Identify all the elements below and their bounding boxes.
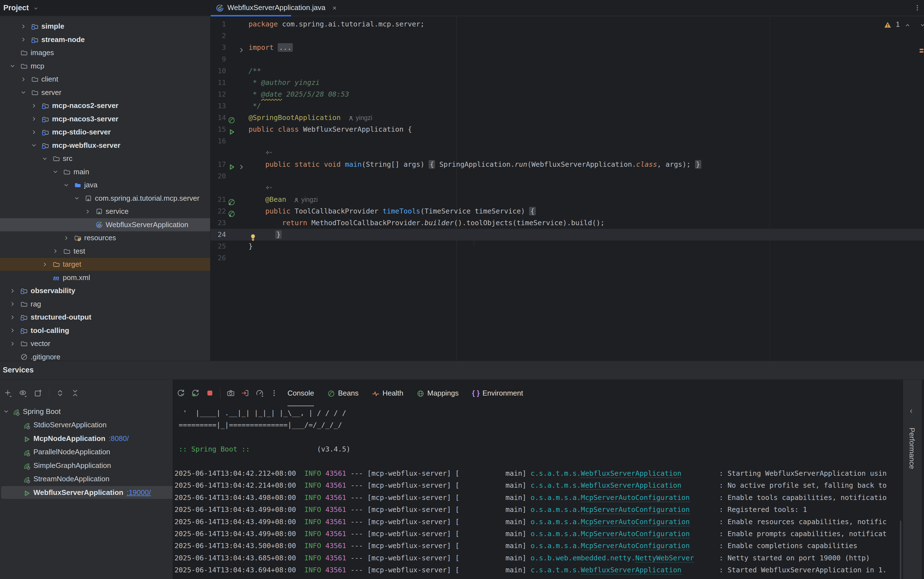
- project-tree-item-resources[interactable]: resources: [0, 231, 210, 244]
- chevron-right-icon[interactable]: [31, 103, 42, 109]
- project-tree-item-images[interactable]: images: [0, 46, 210, 59]
- service-item-streamnodeapplication[interactable]: StreamNodeApplication: [0, 473, 173, 486]
- project-tree-item-java[interactable]: java: [0, 178, 210, 191]
- project-tree-item-mcp-nacos3-server[interactable]: mcp-nacos3-server: [0, 113, 210, 126]
- run-icon[interactable]: [228, 126, 235, 133]
- code-author-inlay[interactable]: yingzi: [348, 114, 372, 121]
- project-tree-item-mcp-webflux-server[interactable]: mcp-webflux-server: [0, 139, 210, 152]
- project-tree-item-webfluxserverapplication[interactable]: WebfluxServerApplication: [0, 218, 210, 231]
- console-tab-health[interactable]: Health: [372, 380, 403, 406]
- chevron-down-icon[interactable]: [919, 20, 924, 28]
- log-logger-link[interactable]: McpServerAutoConfiguration: [581, 518, 690, 527]
- inspections-widget[interactable]: 1: [884, 20, 924, 29]
- console-output[interactable]: ' |____| .__|_| |_|_| |_\__, | / / / / =…: [175, 407, 887, 579]
- project-tree-item-pom-xml[interactable]: mpom.xml: [0, 271, 210, 284]
- console-scrollbar[interactable]: [900, 520, 901, 579]
- log-logger-link[interactable]: WebfluxServerApplication: [581, 469, 681, 478]
- lightbulb-icon[interactable]: [249, 231, 257, 239]
- chevron-right-icon[interactable]: [63, 235, 74, 241]
- rerun-icon[interactable]: [177, 389, 185, 397]
- fold-icon[interactable]: [238, 44, 245, 51]
- console-tab-console[interactable]: Console: [287, 380, 314, 406]
- expand-all-icon[interactable]: [56, 389, 64, 397]
- project-tree-item-target[interactable]: target: [0, 258, 210, 271]
- project-tree-item-server[interactable]: server: [0, 86, 210, 99]
- service-port-link[interactable]: :8080/: [109, 434, 129, 443]
- chevron-right-icon[interactable]: [31, 116, 42, 122]
- chevron-right-icon[interactable]: [9, 288, 20, 294]
- project-tree-item-src[interactable]: src: [0, 152, 210, 165]
- add-service-icon[interactable]: [4, 389, 12, 397]
- project-tree-item--gitignore[interactable]: .gitignore: [0, 350, 210, 361]
- chevron-right-icon[interactable]: [9, 340, 20, 347]
- chevron-right-icon[interactable]: [84, 208, 95, 215]
- service-item-simplegraphapplication[interactable]: SimpleGraphApplication: [0, 459, 173, 472]
- console-tab-beans[interactable]: Beans: [327, 380, 359, 406]
- services-panel-title-bar[interactable]: Services: [0, 361, 924, 379]
- project-tree-item-rag[interactable]: rag: [0, 298, 210, 311]
- project-tree-item-simple[interactable]: simple: [0, 20, 210, 33]
- project-panel-header[interactable]: Project: [0, 0, 210, 16]
- chevron-down-icon[interactable]: [31, 142, 42, 149]
- chevron-down-icon[interactable]: [9, 63, 20, 69]
- chevron-left-icon[interactable]: [908, 407, 915, 415]
- thread-dump-icon[interactable]: [227, 389, 235, 397]
- chevron-right-icon[interactable]: [9, 327, 20, 334]
- performance-tab[interactable]: Performance: [908, 428, 916, 469]
- chevron-right-icon[interactable]: [41, 261, 52, 268]
- project-tree-item-vector[interactable]: vector: [0, 337, 210, 350]
- chevron-right-icon[interactable]: [52, 248, 63, 254]
- kebab-menu-icon[interactable]: [270, 389, 278, 397]
- chevron-down-icon[interactable]: [63, 182, 74, 188]
- folded-region[interactable]: {: [429, 160, 435, 169]
- folded-region[interactable]: {: [529, 207, 535, 216]
- chevron-up-icon[interactable]: [904, 20, 911, 28]
- folded-region[interactable]: ...: [278, 43, 292, 52]
- folded-region[interactable]: }: [695, 160, 701, 169]
- rerun-debug-icon[interactable]: [191, 389, 199, 397]
- project-tree-item-main[interactable]: main: [0, 165, 210, 178]
- project-tree-item-mcp[interactable]: mcp: [0, 60, 210, 73]
- chevron-right-icon[interactable]: [9, 301, 20, 307]
- project-tree-item-mcp-stdio-server[interactable]: mcp-stdio-server: [0, 126, 210, 139]
- fold-icon[interactable]: [238, 160, 245, 168]
- project-tree-item-structured-output[interactable]: structured-output: [0, 311, 210, 324]
- project-tree-item-service[interactable]: service: [0, 205, 210, 218]
- service-item-webfluxserverapplication[interactable]: WebfluxServerApplication:19000/: [0, 486, 173, 499]
- chevron-down-icon[interactable]: [3, 408, 12, 415]
- project-tree-item-stream-node[interactable]: stream-node: [0, 33, 210, 46]
- project-tree-item-com-spring-ai-tutorial-mcp-server[interactable]: com.spring.ai.tutorial.mcp.server: [0, 192, 210, 205]
- chevron-down-icon[interactable]: [52, 168, 63, 175]
- log-logger-link[interactable]: WebfluxServerApplication: [581, 481, 681, 490]
- service-item-spring-boot[interactable]: Spring Boot: [0, 405, 173, 418]
- console-tab-environment[interactable]: { }Environment: [472, 380, 523, 406]
- service-port-link[interactable]: :19000/: [127, 488, 151, 497]
- log-logger-link[interactable]: McpServerAutoConfiguration: [581, 530, 690, 538]
- inlay-widget-icon[interactable]: [265, 149, 273, 157]
- log-logger-link[interactable]: NettyWebServer: [635, 554, 694, 563]
- error-stripe-mark[interactable]: [919, 51, 924, 52]
- log-logger-link[interactable]: McpServerAutoConfiguration: [581, 505, 690, 514]
- service-item-stdioserverapplication[interactable]: StdioServerApplication: [0, 419, 173, 432]
- folded-region[interactable]: }: [275, 230, 282, 239]
- collapse-all-icon[interactable]: [71, 389, 79, 397]
- service-item-parallelnodeapplication[interactable]: ParallelNodeApplication: [0, 445, 173, 459]
- project-tree-item-observability[interactable]: observability: [0, 284, 210, 297]
- log-logger-link[interactable]: McpServerAutoConfiguration: [581, 494, 690, 502]
- code-editor[interactable]: 1package com.spring.ai.tutorial.mcp.serv…: [211, 16, 924, 361]
- chevron-right-icon[interactable]: [20, 23, 31, 30]
- open-in-new-tab-icon[interactable]: [34, 389, 42, 397]
- close-icon[interactable]: [331, 3, 338, 12]
- inlay-widget-icon[interactable]: [265, 184, 273, 192]
- stop-icon[interactable]: [206, 389, 214, 397]
- project-tree-item-tool-calling[interactable]: tool-calling: [0, 324, 210, 337]
- exit-process-icon[interactable]: [241, 389, 249, 397]
- log-logger-link[interactable]: WebfluxServerApplication: [581, 566, 681, 574]
- gauge-icon[interactable]: [255, 389, 264, 397]
- run-icon[interactable]: [228, 160, 235, 168]
- console-tab-mappings[interactable]: Mappings: [416, 380, 459, 406]
- editor-tab-webfluxserverapplication[interactable]: WebfluxServerApplication.java: [211, 0, 344, 15]
- bean-in-icon[interactable]: [228, 196, 235, 203]
- bean-out-icon[interactable]: [228, 208, 235, 215]
- view-options-icon[interactable]: [19, 389, 27, 397]
